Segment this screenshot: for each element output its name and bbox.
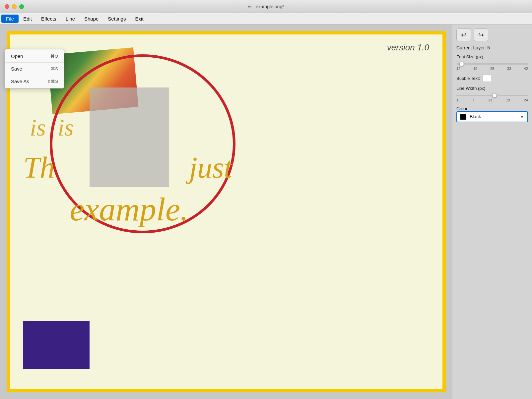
menu-effects[interactable]: Effects: [36, 15, 61, 23]
line-width-slider[interactable]: [456, 95, 528, 96]
color-section: Color Black ▼: [456, 106, 528, 122]
font-size-slider[interactable]: [456, 63, 528, 65]
saveas-label: Save As: [11, 79, 29, 84]
open-label: Open: [11, 53, 23, 59]
line-width-7: 7: [472, 98, 474, 102]
title-bar: ✏ _example.png*: [0, 0, 532, 13]
canvas-area[interactable]: version 1.0 is is Th just example. Open …: [0, 25, 452, 399]
font-size-19: 19: [473, 67, 477, 71]
bubble-text-label: Bubble Text:: [456, 76, 480, 81]
version-text: version 1.0: [387, 42, 429, 53]
right-panel: ↩ ↪ Current Layer: 5 Font Size (px) 12 1…: [452, 25, 532, 399]
toolbar-row: ↩ ↪: [456, 28, 528, 41]
menu-saveas-item[interactable]: Save As ⇧⌘S: [5, 76, 64, 87]
window-controls: [5, 4, 24, 9]
main-layout: version 1.0 is is Th just example. Open …: [0, 25, 532, 399]
line-width-19: 19: [506, 98, 510, 102]
line-width-13: 13: [488, 98, 492, 102]
canvas-container[interactable]: version 1.0 is is Th just example.: [7, 31, 446, 392]
color-dropdown[interactable]: Black ▼: [456, 111, 528, 122]
menu-open-item[interactable]: Open ⌘O: [5, 51, 64, 62]
line-width-thumb[interactable]: [492, 93, 497, 98]
menu-line[interactable]: Line: [61, 15, 80, 23]
window-title: ✏ _example.png*: [248, 4, 284, 9]
menu-edit[interactable]: Edit: [19, 15, 36, 23]
menu-bar: File Edit Effects Line Shape Settings Ex…: [0, 13, 532, 25]
font-size-33: 33: [507, 67, 511, 71]
undo-button[interactable]: ↩: [456, 28, 471, 41]
line-width-24: 24: [524, 98, 528, 102]
menu-shape[interactable]: Shape: [80, 15, 103, 23]
open-shortcut: ⌘O: [50, 54, 58, 59]
font-size-label: Font Size (px): [456, 54, 528, 59]
bubble-text-input[interactable]: [483, 75, 491, 82]
font-size-container: Font Size (px) 12 19 26 33 42: [456, 54, 528, 71]
color-dropdown-arrow: ▼: [520, 115, 524, 119]
line-width-label: Line Width (px): [456, 86, 528, 91]
minimize-button[interactable]: [12, 4, 17, 9]
font-size-26: 26: [490, 67, 494, 71]
line-width-labels: 1 7 13 19 24: [456, 98, 528, 102]
save-label: Save: [11, 66, 22, 72]
menu-file[interactable]: File: [1, 15, 19, 23]
canvas-text-just: just: [189, 150, 232, 185]
color-swatch: [460, 114, 466, 120]
line-width-1: 1: [456, 98, 458, 102]
font-size-labels: 12 19 26 33 42: [456, 67, 528, 71]
save-shortcut: ⌘S: [51, 66, 58, 71]
menu-save-item[interactable]: Save ⌘S: [5, 63, 64, 74]
font-size-42: 42: [524, 67, 528, 71]
file-dropdown-menu: Open ⌘O Save ⌘S Save As ⇧⌘S: [5, 49, 64, 88]
menu-separator-2: [5, 75, 64, 75]
font-size-thumb[interactable]: [459, 62, 464, 66]
saveas-shortcut: ⇧⌘S: [47, 79, 58, 84]
menu-exit[interactable]: Exit: [131, 15, 148, 23]
current-layer-label: Current Layer: 5: [456, 45, 528, 50]
menu-settings[interactable]: Settings: [103, 15, 130, 23]
font-size-12: 12: [456, 67, 460, 71]
purple-rectangle: [23, 321, 90, 369]
redo-button[interactable]: ↪: [474, 28, 488, 41]
canvas-text-example: example.: [70, 190, 188, 228]
slider-track-line: [456, 64, 528, 64]
menu-separator-1: [5, 62, 64, 63]
maximize-button[interactable]: [19, 4, 24, 9]
color-swatch-and-label: Black: [460, 114, 481, 120]
bubble-text-row: Bubble Text:: [456, 75, 528, 82]
color-value: Black: [470, 114, 481, 119]
canvas-text-is: is is: [30, 114, 74, 142]
close-button[interactable]: [5, 4, 9, 9]
canvas-text-the: Th: [23, 150, 55, 185]
line-width-container: Line Width (px) 1 7 13 19 24: [456, 86, 528, 102]
color-label: Color: [456, 106, 528, 111]
